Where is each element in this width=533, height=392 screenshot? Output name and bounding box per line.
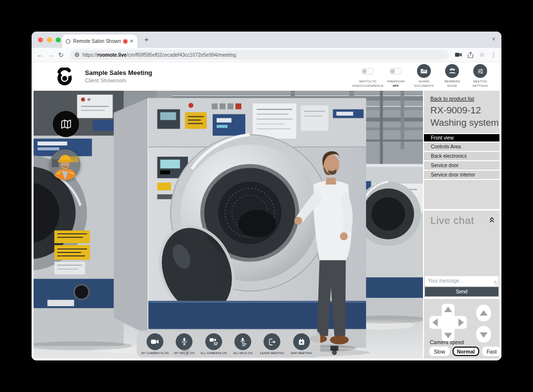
view-list: Front view Controls Area Back electronic… [424,133,499,180]
back-to-product-list-link[interactable]: Back to product list [430,96,474,102]
minimap-button[interactable] [53,111,79,137]
chat-title: Live chat [430,214,474,226]
view-item-service-door-interior[interactable]: Service door interior [424,171,499,180]
leave-meeting-button[interactable]: LEAVE MEETING [258,333,286,355]
pan-left-button[interactable] [432,319,438,326]
browser-tab[interactable]: Remote Salon Showroom ✕ [62,35,137,48]
camera-icon [151,339,159,345]
view-item-back-electronics[interactable]: Back electronics [424,152,499,161]
recording-indicator-icon [123,39,127,43]
participant-photo [50,149,80,180]
meeting-settings-button[interactable]: MEETINGSETTINGS [469,64,492,88]
browser-toolbar: ← → ↻ https://roomote.live/cm/f69f595ef0… [32,48,501,62]
back-icon[interactable]: ← [37,52,43,58]
collapse-chat-chevrons-icon[interactable] [489,217,495,223]
tab-list-chevron-icon[interactable]: ∨ [492,36,495,41]
zoom-in-button[interactable] [476,305,491,321]
meeting-control-bar: MY CAMERA IS ON MY MIC IS ON AL [137,330,320,357]
participant-avatar[interactable] [50,149,80,180]
camera-dpad [429,304,467,341]
end-meeting-calendar-icon [298,338,305,346]
live-chat-panel: Live chat Send [424,211,499,297]
reload-icon[interactable]: ↻ [58,52,64,58]
zoom-out-button[interactable] [476,326,491,343]
speed-normal-button[interactable]: Normal [453,347,479,356]
speed-slow-button[interactable]: Slow [429,347,450,356]
freeroam-toggle[interactable]: FREEROAMOFF [384,64,407,88]
close-window-button[interactable] [38,37,43,42]
camera-speed-options: Slow Normal Fast [429,347,501,356]
traffic-lights[interactable] [38,37,61,42]
view-item-service-door[interactable]: Service door [424,161,499,171]
showroom-video-feed[interactable]: MY CAMERA IS ON MY MIC IS ON AL [34,91,423,358]
minimize-window-button[interactable] [47,37,52,42]
camera-control-panel: Camera speed Slow Normal Fast [424,299,499,358]
all-mics-button[interactable]: ALL MICS ON [229,333,257,355]
pan-up-button[interactable] [444,307,452,312]
product-title: RX-9009-12Washing system [430,104,499,129]
address-bar[interactable]: https://roomote.live/cm/f69f595ef02cecad… [70,50,449,60]
members-icon [449,68,456,74]
pan-right-button[interactable] [458,319,464,326]
speed-fast-button[interactable]: Fast [482,347,501,356]
my-mic-button[interactable]: MY MIC IS ON [170,333,198,355]
settings-sliders-icon [477,68,484,74]
all-cameras-icon [209,338,218,346]
mic-icon [182,338,187,346]
meeting-title: Sample Sales Meeting [85,69,152,76]
showroom-scene [34,91,423,358]
forward-icon[interactable]: → [47,52,54,58]
all-cameras-button[interactable]: ALL CAMERAS ON [200,333,228,355]
browser-window: Remote Salon Showroom ✕ + ∨ ← → ↻ https:… [32,32,501,360]
all-mics-icon [239,338,247,346]
camera-in-use-icon[interactable] [455,52,462,57]
members-room-button[interactable]: MEMBERSROOM [441,64,463,88]
send-button[interactable]: Send [425,287,498,296]
folder-icon [420,68,427,74]
view-item-front-view[interactable]: Front view [424,133,499,143]
toggle-off-icon[interactable] [361,68,374,74]
view-item-controls-area[interactable]: Controls Area [424,143,499,152]
url-text: https://roomote.live/cm/f69f595ef02cecad… [82,52,236,58]
app-header: Sample Sales Meeting Client Showroom SWI… [32,62,501,90]
toggle-off-icon[interactable] [389,68,402,74]
leave-icon [268,338,276,346]
tab-strip: Remote Salon Showroom ✕ + ∨ [32,32,501,48]
tab-close-icon[interactable]: ✕ [130,39,134,44]
site-info-globe-icon[interactable] [75,52,79,57]
camera-zoom-buttons [476,305,491,343]
new-tab-button[interactable]: + [142,35,151,44]
roomote-logo [56,68,73,85]
share-icon[interactable] [468,52,473,58]
tab-title: Remote Salon Showroom [73,38,121,44]
pan-down-button[interactable] [444,333,452,338]
chat-message-input[interactable] [425,276,498,286]
meeting-subtitle: Client Showroom [85,77,152,83]
camera-speed-label: Camera speed [430,339,464,345]
maximize-window-button[interactable] [56,37,61,42]
browser-menu-icon[interactable]: ⋮ [491,52,496,58]
my-camera-button[interactable]: MY CAMERA IS ON [141,333,169,355]
sidebar: Back to product list RX-9009-12Washing s… [424,91,499,358]
product-panel: Back to product list RX-9009-12Washing s… [424,91,499,209]
switch-to-videoconference-toggle[interactable]: SWITCH TOVIDEOCONFERENCE [356,64,379,88]
share-documents-button[interactable]: SHAREDOCUMENTS [413,64,435,88]
end-meeting-button[interactable]: END MEETING [288,333,315,355]
bookmark-star-icon[interactable]: ☆ [479,52,485,58]
tab-favicon-icon [66,39,71,44]
map-icon [60,119,72,130]
